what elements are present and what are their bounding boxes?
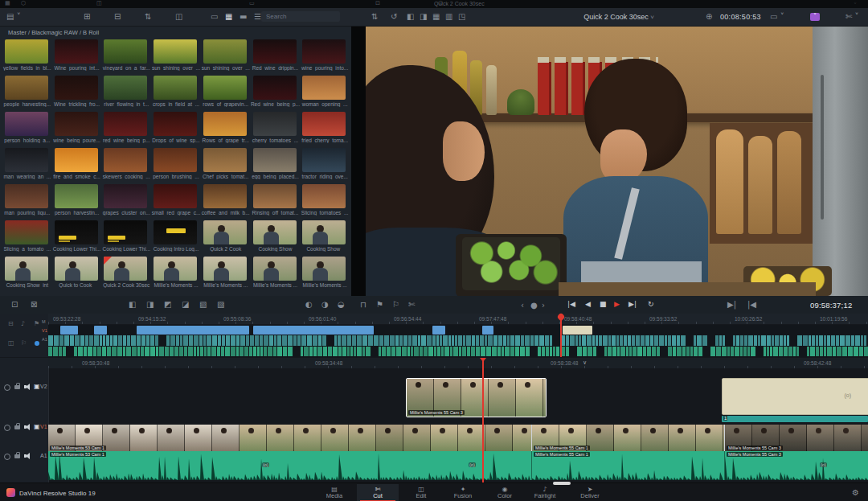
overview-title-segment[interactable] bbox=[563, 326, 592, 335]
track-lock-icon[interactable] bbox=[14, 454, 20, 458]
media-clip[interactable]: vineyard_on_a_far... bbox=[101, 38, 151, 74]
page-tab-cut[interactable]: ✄Cut bbox=[357, 484, 399, 501]
dual-screen-icon[interactable]: ◧ bbox=[407, 13, 414, 21]
marker-icon[interactable]: ⚑ bbox=[376, 301, 383, 309]
media-clip[interactable]: Rows_of_grape_tr... bbox=[201, 110, 251, 146]
media-clip[interactable]: Millie's Moments ... bbox=[251, 255, 301, 291]
titlebar-icon[interactable]: ▦ bbox=[5, 1, 10, 6]
lower-playhead-cap[interactable] bbox=[480, 358, 486, 362]
monitor-overlay-icon[interactable]: ▭ ˅ bbox=[770, 13, 784, 21]
strip-view-icon[interactable]: ▬ bbox=[240, 13, 247, 21]
media-clip[interactable]: Slicing_a_tomato_... bbox=[2, 219, 52, 255]
media-clip[interactable]: Millie's Moments ... bbox=[300, 255, 350, 291]
sync-clips-icon[interactable]: ⇅ bbox=[145, 13, 151, 21]
title-audio-strip[interactable] bbox=[722, 416, 868, 422]
cut-transition-icon[interactable]: ◐ bbox=[305, 301, 313, 309]
page-tab-fairlight[interactable]: ♪Fairlight bbox=[524, 484, 566, 501]
jog-dot-icon[interactable]: ● bbox=[530, 302, 538, 310]
titlebar-icon[interactable]: ◫ bbox=[96, 1, 102, 6]
media-clip[interactable]: tractor_riding_ove... bbox=[300, 146, 350, 183]
media-clip[interactable]: small_red_grape_c... bbox=[151, 183, 201, 219]
track-mute-icon[interactable] bbox=[24, 424, 31, 430]
media-clip[interactable]: cherry_tomatoes_... bbox=[251, 110, 301, 146]
loop-icon[interactable]: ↻ bbox=[648, 301, 654, 308]
media-clip[interactable]: crops_in_field_at_... bbox=[151, 74, 201, 110]
media-clip[interactable]: Red_wine_being_p... bbox=[251, 74, 301, 110]
media-clip[interactable]: Cooking Lower Thi... bbox=[101, 219, 151, 255]
media-clip[interactable]: person_harvestin... bbox=[52, 183, 102, 219]
media-clip[interactable]: man_wearing_an_... bbox=[2, 146, 52, 183]
strip-view2-icon[interactable]: ▥ bbox=[445, 13, 452, 21]
media-pool-toggle-icon[interactable]: ▤ ˅ bbox=[6, 13, 21, 21]
timeline-zoom-icon[interactable]: ⊡ bbox=[11, 301, 18, 309]
smart-insert-icon[interactable]: ◧ bbox=[129, 301, 136, 309]
timeline-overview[interactable] bbox=[48, 325, 868, 357]
razor-icon[interactable]: ✄ bbox=[408, 301, 415, 309]
overview-video-segment[interactable] bbox=[60, 326, 78, 335]
audio-marker[interactable]: (o) bbox=[262, 462, 269, 467]
ripple-overwrite-icon[interactable]: ◩ bbox=[164, 301, 171, 309]
track-enable-icon[interactable] bbox=[4, 384, 10, 391]
media-clip[interactable]: Millie's Moments ... bbox=[151, 255, 201, 291]
media-clip[interactable]: sun_shining_over_... bbox=[151, 38, 201, 74]
titlebar-icon[interactable]: ⬡ bbox=[21, 1, 26, 6]
media-clip[interactable]: Cooking Show bbox=[251, 219, 301, 255]
lower-timeline-ruler[interactable]: 09:58:30:4809:58:34:4809:58:38:4809:58:4… bbox=[48, 358, 868, 368]
media-clip[interactable]: river_flowing_in_t... bbox=[101, 74, 151, 110]
media-clip[interactable]: people_harvesting... bbox=[2, 74, 52, 110]
media-clip[interactable]: Drops_of_wine_sp... bbox=[151, 110, 201, 146]
page-tab-fusion[interactable]: ✦Fusion bbox=[442, 484, 484, 501]
upper-timeline-ruler[interactable]: 09:53:22:2809:54:15:3209:55:08:3609:56:0… bbox=[48, 314, 868, 324]
audio-dot-icon[interactable] bbox=[35, 341, 39, 346]
media-clip[interactable]: Slicing_tomatoes_... bbox=[300, 183, 350, 219]
media-clip[interactable]: Cooking Intro Log... bbox=[151, 219, 201, 255]
page-tab-deliver[interactable]: ➤Deliver bbox=[569, 484, 611, 501]
upper-header-tool-icon[interactable]: ⚑ bbox=[34, 321, 39, 327]
titlebar-icon[interactable]: ⬡ bbox=[438, 1, 443, 6]
media-clip[interactable]: yellow_fields_in_bl... bbox=[2, 38, 52, 74]
timeline-clip-v1-video[interactable]: Millie's Moments 55 Cam 1 bbox=[532, 425, 725, 451]
audio-marker[interactable]: (o) bbox=[469, 462, 476, 467]
upper-header-tool-icon[interactable]: ◫ bbox=[8, 340, 14, 347]
media-clip[interactable]: person_holding_a... bbox=[2, 110, 52, 146]
close-up-icon[interactable]: ◪ bbox=[182, 301, 189, 309]
jog-right-icon[interactable]: › bbox=[542, 302, 545, 310]
capture-icon[interactable]: ◳ bbox=[458, 13, 465, 21]
audio-marker[interactable]: (o) bbox=[820, 462, 827, 467]
timeline-clip-v1-audio[interactable]: Millie's Moments 55 Cam 1 bbox=[532, 451, 725, 480]
media-clip[interactable]: man_pouring_liqu... bbox=[2, 183, 52, 219]
media-clip[interactable]: person_brushing_... bbox=[151, 146, 201, 183]
match-frame-in-icon[interactable]: |◀ bbox=[747, 301, 756, 309]
media-clip[interactable]: Wine_pouring_int... bbox=[52, 38, 102, 74]
go-to-start-icon[interactable]: |◀ bbox=[567, 301, 575, 308]
import-media-icon[interactable]: ⊞ bbox=[84, 13, 90, 21]
media-clip[interactable]: Quick 2 Cook 30sec bbox=[101, 255, 151, 291]
page-tab-edit[interactable]: ◫Edit bbox=[400, 484, 442, 501]
sort-icon[interactable]: ⇅ bbox=[371, 13, 378, 21]
flag-icon[interactable]: ⚐ bbox=[392, 301, 399, 309]
overview-video-segment[interactable] bbox=[253, 326, 374, 335]
media-clip[interactable]: Cooking Lower Thi... bbox=[52, 219, 102, 255]
media-clip[interactable]: Wine_trickling_fro... bbox=[52, 74, 102, 110]
media-clip[interactable]: skewers_cooking_... bbox=[101, 146, 151, 183]
filmstrip-view-icon[interactable]: ▭ bbox=[211, 13, 218, 21]
page-tab-color[interactable]: ◉Color bbox=[484, 484, 526, 501]
track-film-icon[interactable]: ▣ bbox=[34, 424, 40, 430]
snap-icon[interactable]: ⊓ bbox=[360, 301, 366, 309]
viewer-video[interactable] bbox=[366, 27, 868, 296]
track-enable-icon[interactable] bbox=[4, 454, 10, 460]
overview-video-segment[interactable] bbox=[137, 326, 249, 335]
media-clip[interactable]: Cooking Show_int bbox=[2, 255, 52, 291]
multicam-view-icon[interactable]: ▦ bbox=[432, 13, 440, 21]
track-lock-icon[interactable] bbox=[14, 385, 20, 389]
timeline-clip-v1-video[interactable]: Millie's Moments 55 Cam 3 bbox=[725, 425, 868, 451]
timeline-clip-v2[interactable]: Millie's Moments 55 Cam 3 bbox=[406, 378, 547, 417]
split-screen-icon[interactable]: ✄ ˅ bbox=[845, 13, 859, 21]
step-back-icon[interactable]: ◀ bbox=[585, 301, 591, 308]
media-clip[interactable]: sun_shining_over_... bbox=[201, 38, 251, 74]
track-film-icon[interactable]: ▣ bbox=[34, 384, 40, 390]
page-tab-media[interactable]: ▤Media bbox=[313, 484, 355, 501]
media-clip[interactable]: grapes_cluster_on... bbox=[101, 183, 151, 219]
media-clip[interactable]: Quick to Cook_ bbox=[52, 255, 102, 291]
media-clip[interactable]: Red_wine_drippin... bbox=[251, 38, 301, 74]
